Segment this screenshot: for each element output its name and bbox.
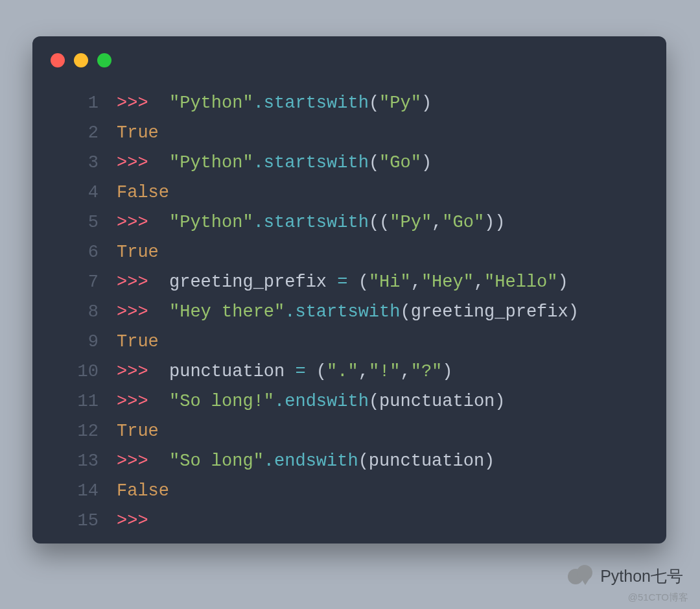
line-number: 12 — [32, 416, 117, 446]
close-icon[interactable] — [51, 53, 65, 67]
token: >>> — [117, 153, 169, 173]
brand-badge: Python七号 — [568, 565, 683, 587]
token: "Hey" — [421, 272, 474, 292]
line-number: 2 — [32, 118, 117, 148]
token: >>> — [117, 272, 169, 292]
token: greeting_prefix — [169, 272, 337, 292]
token: >>> — [117, 302, 169, 322]
code-line: 15>>> — [32, 506, 666, 536]
line-number: 8 — [32, 297, 117, 327]
token: punctuation — [169, 362, 295, 381]
token: True — [117, 422, 159, 441]
token: (( — [369, 213, 390, 232]
line-number: 10 — [32, 357, 117, 387]
code-line: 14False — [32, 476, 666, 506]
line-content: >>> "Python".startswith("Go") — [117, 148, 666, 178]
token: >>> — [117, 392, 169, 411]
token: "?" — [411, 362, 443, 381]
code-block: 1>>> "Python".startswith("Py")2True3>>> … — [32, 82, 666, 536]
token: .startswith — [285, 302, 400, 322]
token: (punctuation) — [358, 451, 495, 471]
code-line: 4False — [32, 178, 666, 208]
line-content: >>> "Python".startswith("Py") — [117, 88, 666, 118]
line-number: 9 — [32, 327, 117, 357]
line-content: >>> — [117, 506, 666, 536]
line-number: 15 — [32, 506, 117, 536]
token: "Python" — [169, 93, 253, 113]
line-content: >>> "So long".endswith(punctuation) — [117, 446, 666, 476]
token: , — [400, 362, 410, 381]
code-line: 10>>> punctuation = (".","!","?") — [32, 357, 666, 387]
token: ) — [558, 272, 568, 292]
line-content: True — [117, 327, 666, 357]
code-line: 2True — [32, 118, 666, 148]
line-number: 3 — [32, 148, 117, 178]
code-line: 5>>> "Python".startswith(("Py","Go")) — [32, 208, 666, 237]
wechat-icon — [568, 565, 595, 587]
token: True — [117, 332, 159, 352]
token: = — [295, 362, 305, 381]
token: "Hello" — [484, 272, 557, 292]
code-line: 12True — [32, 416, 666, 446]
code-line: 8>>> "Hey there".startswith(greeting_pre… — [32, 297, 666, 327]
token: "So long!" — [169, 392, 274, 411]
watermark-label: @51CTO博客 — [628, 591, 688, 604]
token: .startswith — [253, 213, 369, 232]
line-number: 13 — [32, 446, 117, 476]
line-content: True — [117, 237, 666, 267]
token: "Python" — [169, 153, 253, 173]
token: , — [474, 272, 484, 292]
token: = — [337, 272, 347, 292]
line-number: 14 — [32, 476, 117, 506]
token: False — [117, 183, 169, 202]
brand-label: Python七号 — [600, 566, 683, 587]
token: .startswith — [253, 93, 369, 113]
token: "Hey there" — [169, 302, 285, 322]
line-number: 11 — [32, 387, 117, 416]
token: , — [358, 362, 369, 381]
line-number: 4 — [32, 178, 117, 208]
token: "Python" — [169, 213, 253, 232]
code-line: 3>>> "Python".startswith("Go") — [32, 148, 666, 178]
maximize-icon[interactable] — [97, 53, 111, 67]
token: , — [432, 213, 442, 232]
line-content: >>> "Python".startswith(("Py","Go")) — [117, 208, 666, 237]
code-line: 7>>> greeting_prefix = ("Hi","Hey","Hell… — [32, 267, 666, 297]
code-line: 13>>> "So long".endswith(punctuation) — [32, 446, 666, 476]
token: True — [117, 123, 159, 143]
line-number: 7 — [32, 267, 117, 297]
line-number: 1 — [32, 88, 117, 118]
code-line: 9True — [32, 327, 666, 357]
code-line: 11>>> "So long!".endswith(punctuation) — [32, 387, 666, 416]
token: >>> — [117, 451, 169, 471]
token: "." — [327, 362, 358, 381]
token: >>> — [117, 362, 169, 381]
token: ( — [306, 362, 327, 381]
token: , — [411, 272, 421, 292]
line-number: 5 — [32, 208, 117, 237]
token: True — [117, 243, 159, 262]
line-number: 6 — [32, 237, 117, 267]
code-window: 1>>> "Python".startswith("Py")2True3>>> … — [32, 36, 666, 543]
token: "So long" — [169, 451, 264, 471]
token: ( — [369, 153, 379, 173]
line-content: True — [117, 118, 666, 148]
code-line: 6True — [32, 237, 666, 267]
line-content: False — [117, 178, 666, 208]
token: "Hi" — [369, 272, 411, 292]
token: ) — [421, 93, 432, 113]
token: )) — [484, 213, 505, 232]
token: "Go" — [442, 213, 484, 232]
token: "Py" — [390, 213, 432, 232]
token: False — [117, 481, 169, 501]
token: "Py" — [379, 93, 421, 113]
token: (greeting_prefix) — [400, 302, 578, 322]
token: >>> — [117, 511, 148, 531]
minimize-icon[interactable] — [74, 53, 88, 67]
token: ) — [442, 362, 452, 381]
token: "!" — [369, 362, 401, 381]
line-content: >>> "Hey there".startswith(greeting_pref… — [117, 297, 666, 327]
token: .endswith — [264, 451, 358, 471]
code-line: 1>>> "Python".startswith("Py") — [32, 88, 666, 118]
token: ) — [421, 153, 432, 173]
